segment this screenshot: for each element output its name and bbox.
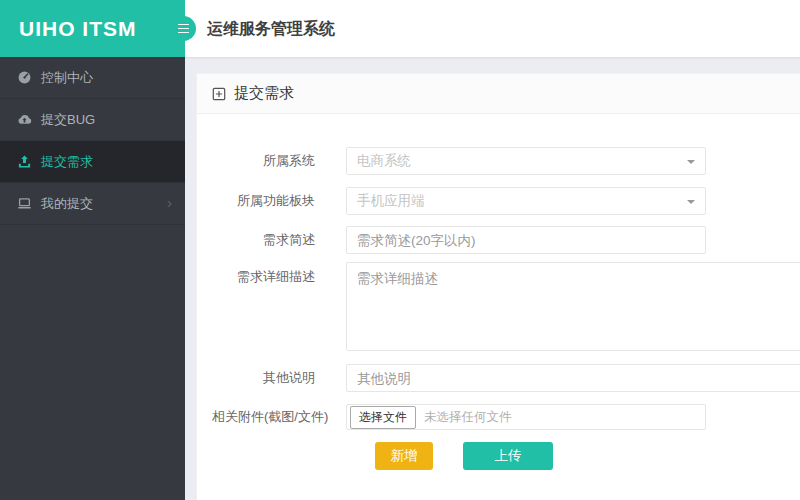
sidebar-item-label: 提交需求 xyxy=(41,153,93,171)
system-select-value: 电商系统 xyxy=(357,153,411,168)
sidebar-item-submit-requirement[interactable]: 提交需求 xyxy=(0,141,185,183)
form-row-other: 其他说明 xyxy=(212,364,800,392)
file-input[interactable]: 选择文件 未选择任何文件 xyxy=(346,404,706,430)
brief-input[interactable] xyxy=(346,226,706,254)
form-card: 提交需求 所属系统 电商系统 所属功能板块 手机应用端 xyxy=(196,73,800,500)
form-row-system: 所属系统 电商系统 xyxy=(212,147,800,175)
field-label: 相关附件(截图/文件) xyxy=(212,408,315,426)
choose-file-button[interactable]: 选择文件 xyxy=(350,406,416,429)
chevron-down-icon xyxy=(687,160,695,164)
screen: UIHO ITSM 运维服务管理系统 控制中心 提交BUG xyxy=(0,0,800,500)
sidebar-item-control-center[interactable]: 控制中心 xyxy=(0,57,185,99)
form-row-attachment: 相关附件(截图/文件) 选择文件 未选择任何文件 xyxy=(212,404,800,430)
field-label: 所属功能板块 xyxy=(212,192,315,210)
label-spacer xyxy=(212,442,344,470)
module-select[interactable]: 手机应用端 xyxy=(346,187,706,215)
chevron-down-icon xyxy=(687,200,695,204)
chevron-right-icon: › xyxy=(167,194,172,211)
sidebar: 控制中心 提交BUG 提交需求 我的提交 › xyxy=(0,57,185,500)
other-notes-input[interactable] xyxy=(346,364,800,392)
top-header: UIHO ITSM 运维服务管理系统 xyxy=(0,0,800,57)
upload-icon xyxy=(17,154,32,169)
module-select-value: 手机应用端 xyxy=(357,193,425,208)
upload-button[interactable]: 上传 xyxy=(463,442,553,470)
sidebar-item-label: 提交BUG xyxy=(41,111,95,129)
laptop-icon xyxy=(17,196,32,211)
system-select[interactable]: 电商系统 xyxy=(346,147,706,175)
gauge-icon xyxy=(17,70,32,85)
main-content: 提交需求 所属系统 电商系统 所属功能板块 手机应用端 xyxy=(185,57,800,500)
sidebar-item-label: 控制中心 xyxy=(41,69,93,87)
form-row-brief: 需求简述 xyxy=(212,226,800,254)
plus-square-icon xyxy=(212,87,226,101)
field-label: 其他说明 xyxy=(212,369,315,387)
app-logo: UIHO ITSM xyxy=(0,0,185,57)
form-actions: 新增 上传 xyxy=(212,442,800,470)
description-textarea[interactable] xyxy=(346,262,800,351)
file-status-text: 未选择任何文件 xyxy=(424,409,512,426)
sidebar-item-submit-bug[interactable]: 提交BUG xyxy=(0,99,185,141)
field-label: 需求简述 xyxy=(212,231,315,249)
sidebar-item-my-submissions[interactable]: 我的提交 › xyxy=(0,183,185,225)
app-title: 运维服务管理系统 xyxy=(207,0,335,57)
field-label: 需求详细描述 xyxy=(212,262,315,286)
form-title: 提交需求 xyxy=(234,84,294,103)
add-button[interactable]: 新增 xyxy=(375,442,433,470)
hamburger-menu-icon[interactable] xyxy=(171,16,196,41)
form-row-description: 需求详细描述 xyxy=(212,262,800,351)
form-row-module: 所属功能板块 手机应用端 xyxy=(212,187,800,215)
form-body: 所属系统 电商系统 所属功能板块 手机应用端 需求简述 xyxy=(197,114,800,470)
field-label: 所属系统 xyxy=(212,152,315,170)
sidebar-item-label: 我的提交 xyxy=(41,195,93,213)
cloud-upload-icon xyxy=(17,112,32,127)
card-header: 提交需求 xyxy=(197,74,800,114)
